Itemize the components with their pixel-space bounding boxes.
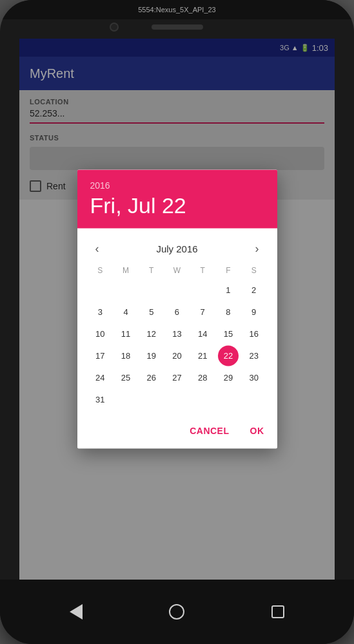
calendar-day[interactable]: 4 (115, 302, 136, 323)
calendar-day[interactable]: 23 (244, 346, 264, 366)
calendar-day[interactable]: 15 (218, 324, 239, 345)
emulator-label: 5554:Nexus_5X_API_23 (138, 6, 215, 14)
phone-frame: 5554:Nexus_5X_API_23 3G ▲ 🔋 1:03 MyRent … (0, 0, 354, 644)
calendar-day[interactable]: 17 (90, 346, 110, 366)
back-icon (70, 604, 83, 620)
phone-bottom-bar (0, 580, 354, 644)
calendar-day[interactable]: 27 (166, 368, 187, 388)
weekday-mon: M (113, 263, 139, 278)
date-picker-dialog: 2016 Fri, Jul 22 ‹ July 2016 › S M T W T (77, 170, 277, 449)
weekday-thu: T (190, 263, 215, 278)
dialog-header: 2016 Fri, Jul 22 (77, 170, 277, 229)
calendar-day (141, 280, 162, 301)
recents-icon (271, 605, 284, 618)
phone-camera (110, 23, 119, 32)
calendar-day[interactable]: 20 (166, 346, 187, 366)
calendar-day[interactable]: 19 (141, 346, 162, 366)
home-icon (169, 604, 184, 620)
weekday-sat: S (241, 263, 267, 278)
calendar-day (166, 280, 187, 301)
calendar-day[interactable]: 1 (218, 280, 239, 301)
calendar-day[interactable]: 7 (192, 302, 213, 323)
calendar-day[interactable]: 14 (192, 324, 213, 345)
calendar-section: ‹ July 2016 › S M T W T F S 123456789101… (77, 229, 277, 415)
calendar-day[interactable]: 5 (141, 302, 162, 323)
calendar-day[interactable]: 21 (192, 346, 213, 366)
calendar-day[interactable]: 16 (244, 324, 264, 345)
weekday-wed: W (164, 263, 190, 278)
calendar-day (115, 280, 136, 301)
phone-speaker (152, 24, 203, 30)
calendar-day[interactable]: 13 (166, 324, 187, 345)
calendar-day[interactable]: 18 (115, 346, 136, 366)
calendar-day[interactable]: 24 (90, 368, 110, 388)
calendar-day[interactable]: 10 (90, 324, 110, 345)
calendar-day[interactable]: 22 (218, 346, 239, 366)
prev-month-button[interactable]: ‹ (88, 239, 107, 258)
dialog-actions: CANCEL OK (77, 415, 277, 449)
calendar-day[interactable]: 12 (141, 324, 162, 345)
calendar-day (192, 280, 213, 301)
calendar-day[interactable]: 30 (244, 368, 264, 388)
calendar-weekdays: S M T W T F S (88, 263, 267, 278)
calendar-nav: ‹ July 2016 › (88, 234, 267, 263)
cancel-button[interactable]: CANCEL (182, 421, 237, 441)
dialog-date: Fri, Jul 22 (90, 193, 264, 218)
calendar-day (115, 390, 136, 410)
calendar-day[interactable]: 3 (90, 302, 110, 323)
calendar-day (218, 390, 239, 410)
weekday-tue: T (139, 263, 164, 278)
calendar-month-title: July 2016 (156, 243, 197, 254)
calendar-day (166, 390, 187, 410)
ok-button[interactable]: OK (242, 421, 272, 441)
calendar-day[interactable]: 11 (115, 324, 136, 345)
calendar-day[interactable]: 28 (192, 368, 213, 388)
back-button[interactable] (64, 600, 88, 623)
calendar-day (244, 390, 264, 410)
calendar-day (90, 280, 110, 301)
dialog-year: 2016 (90, 180, 264, 191)
calendar-day[interactable]: 2 (244, 280, 264, 301)
weekday-sun: S (88, 263, 113, 278)
calendar-day[interactable]: 25 (115, 368, 136, 388)
calendar-day[interactable]: 31 (90, 390, 110, 410)
calendar-day[interactable]: 29 (218, 368, 239, 388)
calendar-day[interactable]: 9 (244, 302, 264, 323)
calendar-days: 1234567891011121314151617181920212223242… (88, 280, 267, 410)
phone-screen: 3G ▲ 🔋 1:03 MyRent LOCATION 52.253... ST… (19, 39, 335, 580)
calendar-day (141, 390, 162, 410)
calendar-day[interactable]: 26 (141, 368, 162, 388)
weekday-fri: F (215, 263, 241, 278)
calendar-day (192, 390, 213, 410)
recents-button[interactable] (266, 600, 290, 623)
next-month-button[interactable]: › (248, 239, 267, 258)
calendar-day[interactable]: 8 (218, 302, 239, 323)
phone-top-bar: 5554:Nexus_5X_API_23 (0, 0, 354, 19)
calendar-day[interactable]: 6 (166, 302, 187, 323)
home-button[interactable] (165, 600, 188, 623)
